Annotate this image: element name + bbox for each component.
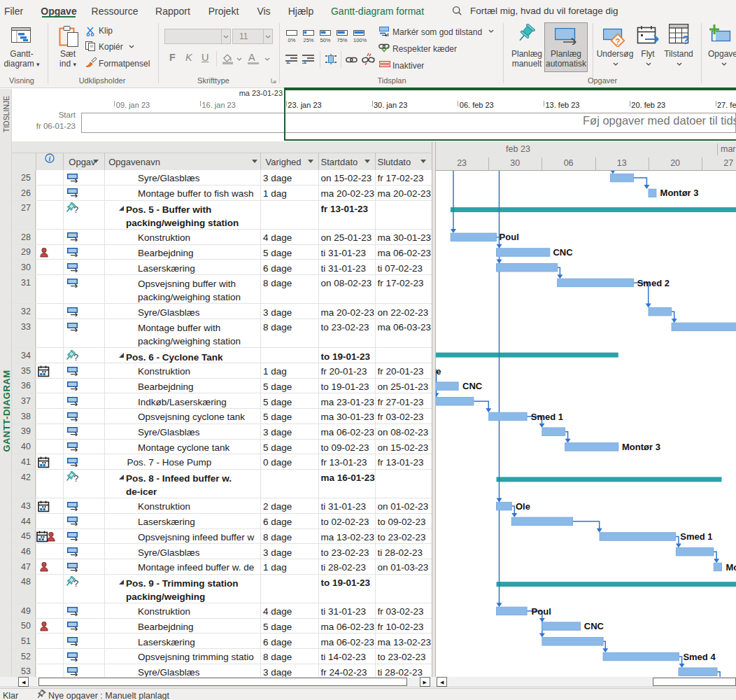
svg-text:?: ? [682,34,689,46]
svg-text:?: ? [73,473,78,484]
svg-text:i: i [48,154,50,162]
svg-text:?: ? [615,37,620,47]
svg-text:?: ? [73,351,78,362]
svg-text:?: ? [73,578,78,589]
svg-text:?: ? [73,204,78,215]
